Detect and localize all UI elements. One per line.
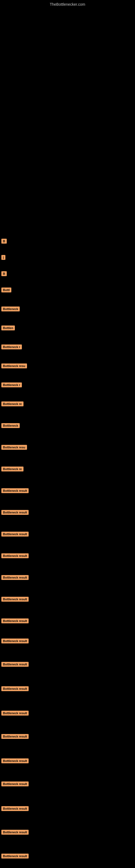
- bottleneck-result-label[interactable]: Bottleneck resu: [1, 445, 27, 450]
- bottleneck-result-label[interactable]: Bottleneck resu: [1, 364, 27, 368]
- bottleneck-result-label[interactable]: Bottleneck result: [1, 711, 29, 716]
- bottleneck-result-label[interactable]: Bottleneck r: [1, 344, 22, 349]
- site-title: TheBottlenecker.com: [50, 2, 85, 6]
- bottleneck-result-label[interactable]: Bottleneck result: [1, 758, 29, 763]
- bottleneck-result-label[interactable]: Bottleneck result: [1, 488, 29, 493]
- bottleneck-result-label[interactable]: Bottleneck result: [1, 639, 29, 643]
- bottleneck-result-label[interactable]: Bottleneck result: [1, 597, 29, 601]
- bottleneck-result-label[interactable]: Bottleneck result: [1, 662, 29, 667]
- bottleneck-result-label[interactable]: Bottleneck result: [1, 686, 29, 691]
- bottleneck-result-label[interactable]: Bottleneck result: [1, 618, 29, 623]
- bottleneck-result-label[interactable]: Bottleneck result: [1, 510, 29, 515]
- bottleneck-result-label[interactable]: Bottleneck result: [1, 781, 29, 786]
- bottleneck-result-label[interactable]: |: [1, 255, 5, 260]
- bottleneck-result-label[interactable]: Bottleneck re: [1, 467, 24, 471]
- bottleneck-result-label[interactable]: Bottleneck result: [1, 734, 29, 739]
- bottleneck-result-label[interactable]: Bottl: [1, 287, 11, 292]
- bottleneck-result-label[interactable]: B: [1, 239, 7, 244]
- bottleneck-result-label[interactable]: Bottleneck r: [1, 382, 22, 388]
- bottleneck-result-label[interactable]: Bottleneck result: [1, 806, 29, 811]
- bottleneck-result-label[interactable]: Bottleneck result: [1, 553, 29, 558]
- bottleneck-result-label[interactable]: B: [1, 271, 7, 276]
- bottleneck-result-label[interactable]: Bottlen: [1, 326, 15, 330]
- bottleneck-result-label[interactable]: Bottleneck result: [1, 532, 29, 536]
- bottleneck-result-label[interactable]: Bottleneck result: [1, 575, 29, 580]
- bottleneck-result-label[interactable]: Bottleneck: [1, 307, 20, 311]
- bottleneck-result-label[interactable]: Bottleneck re: [1, 401, 24, 406]
- bottleneck-result-label[interactable]: Bottleneck result: [1, 854, 29, 859]
- bottleneck-result-label[interactable]: Bottleneck: [1, 423, 20, 428]
- bottleneck-result-label[interactable]: Bottleneck result: [1, 830, 29, 835]
